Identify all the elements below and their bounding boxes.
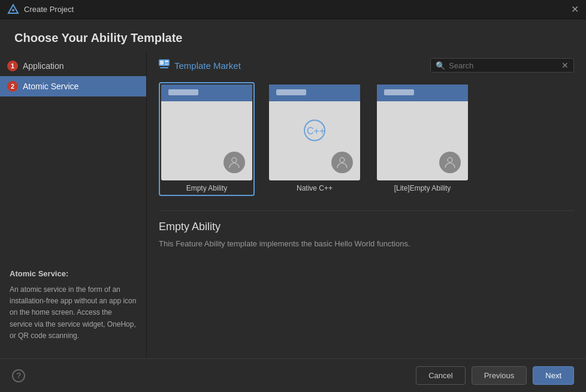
footer: ? Cancel Previous Next bbox=[0, 358, 586, 392]
template-name-empty-ability: Empty Ability bbox=[161, 184, 252, 194]
help-button[interactable]: ? bbox=[12, 369, 25, 382]
main-content: Choose Your Ability Template 1 Applicati… bbox=[0, 19, 586, 392]
sidebar: 1 Application 2 Atomic Service Atomic Se… bbox=[0, 51, 147, 358]
sidebar-desc-title: Atomic Service: bbox=[10, 268, 137, 281]
template-preview-bar-3 bbox=[384, 89, 414, 95]
sidebar-item-atomic-service[interactable]: 2 Atomic Service bbox=[0, 76, 146, 97]
template-name-native-cpp: Native C++ bbox=[269, 184, 360, 194]
template-card-lite-empty-ability[interactable]: [Lite]Empty Ability bbox=[374, 82, 470, 196]
sidebar-item-application[interactable]: 1 Application bbox=[0, 56, 146, 76]
footer-left: ? bbox=[12, 369, 25, 382]
svg-rect-5 bbox=[160, 67, 168, 68]
template-preview-cpp-icon: C++ bbox=[303, 119, 326, 146]
svg-rect-2 bbox=[160, 61, 164, 65]
sidebar-label-application: Application bbox=[23, 61, 64, 71]
panel-header: Template Market 🔍 ✕ bbox=[159, 58, 574, 73]
svg-text:C++: C++ bbox=[307, 126, 325, 136]
search-icon: 🔍 bbox=[436, 61, 445, 70]
template-card-native-cpp[interactable]: C++ Native C++ bbox=[267, 82, 363, 196]
template-preview-native-cpp: C++ bbox=[269, 85, 360, 180]
svg-rect-4 bbox=[165, 64, 168, 65]
template-preview-avatar-1 bbox=[223, 152, 245, 173]
search-input[interactable] bbox=[449, 61, 558, 70]
selected-template-desc: This Feature Ability template implements… bbox=[159, 238, 574, 250]
template-market-icon bbox=[159, 59, 170, 71]
panel-title-container: Template Market bbox=[159, 59, 241, 71]
sidebar-nav: 1 Application 2 Atomic Service bbox=[0, 56, 146, 97]
sidebar-badge-1: 1 bbox=[7, 61, 18, 71]
sidebar-badge-2: 2 bbox=[7, 81, 18, 92]
next-button[interactable]: Next bbox=[533, 366, 574, 385]
help-icon-label: ? bbox=[16, 371, 20, 380]
template-preview-empty-ability bbox=[161, 85, 252, 180]
search-clear-icon[interactable]: ✕ bbox=[561, 61, 569, 70]
svg-point-0 bbox=[12, 9, 14, 11]
template-card-empty-ability[interactable]: Empty Ability bbox=[159, 82, 255, 196]
search-box[interactable]: 🔍 ✕ bbox=[430, 58, 574, 73]
template-preview-lite-empty-ability bbox=[377, 85, 468, 180]
svg-point-6 bbox=[232, 158, 237, 162]
page-title: Choose Your Ability Template bbox=[14, 31, 182, 44]
template-preview-bar-1 bbox=[168, 89, 198, 95]
app-logo-icon bbox=[7, 4, 19, 16]
template-preview-avatar-3 bbox=[439, 152, 461, 173]
selected-template-info: Empty Ability This Feature Ability templ… bbox=[159, 210, 574, 250]
title-bar-left: Create Project bbox=[7, 4, 74, 16]
sidebar-description: Atomic Service: An atomic service in the… bbox=[0, 258, 146, 354]
template-preview-bar-2 bbox=[276, 89, 306, 95]
template-preview-avatar-2 bbox=[331, 152, 353, 173]
template-name-lite-empty-ability: [Lite]Empty Ability bbox=[377, 184, 468, 194]
right-panel: Template Market 🔍 ✕ bbox=[147, 51, 586, 358]
dialog-header: Choose Your Ability Template bbox=[0, 19, 586, 51]
cancel-button[interactable]: Cancel bbox=[416, 366, 465, 385]
sidebar-label-atomic-service: Atomic Service bbox=[23, 82, 78, 91]
sidebar-desc-text: An atomic service in the form of an inst… bbox=[10, 284, 137, 342]
previous-button[interactable]: Previous bbox=[472, 366, 527, 385]
title-bar: Create Project ✕ bbox=[0, 0, 586, 19]
dialog-body: 1 Application 2 Atomic Service Atomic Se… bbox=[0, 51, 586, 358]
svg-point-10 bbox=[448, 158, 452, 162]
svg-rect-3 bbox=[165, 61, 168, 62]
selected-template-title: Empty Ability bbox=[159, 221, 574, 233]
svg-point-9 bbox=[340, 158, 345, 162]
window-title: Create Project bbox=[24, 5, 74, 14]
panel-title-text: Template Market bbox=[174, 61, 241, 71]
close-icon[interactable]: ✕ bbox=[571, 5, 579, 14]
templates-grid: Empty Ability C++ bbox=[159, 82, 574, 196]
